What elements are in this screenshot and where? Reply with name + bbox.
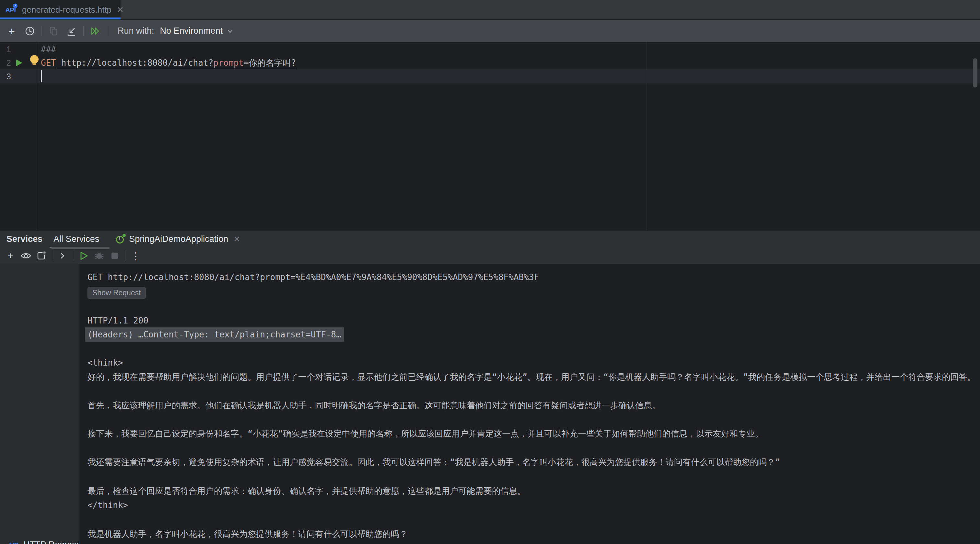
stop-icon <box>110 252 119 260</box>
services-tree: API HTTP Requests GET generated-requests… <box>0 264 80 544</box>
toolbar-separator <box>73 251 73 261</box>
clock-icon <box>25 26 35 36</box>
open-log-button[interactable] <box>62 23 81 40</box>
tree-item-label: HTTP Requests <box>23 540 80 544</box>
copy-icon <box>48 26 59 36</box>
right-margin-guide <box>646 42 647 230</box>
bug-icon <box>94 251 104 261</box>
eye-icon <box>21 252 32 260</box>
add-service-button[interactable]: + <box>3 249 18 263</box>
http-method: GET <box>41 58 56 68</box>
copy-request-button-disabled[interactable] <box>45 23 62 40</box>
expand-node-button[interactable] <box>55 249 70 263</box>
run-all-requests-button[interactable] <box>86 23 104 40</box>
more-options-button[interactable]: ⋮ <box>128 249 143 263</box>
response-final-answer: 我是机器人助手，名字叫小花花，很高兴为您提供服务！请问有什么可以帮助您的吗？ <box>88 527 408 541</box>
response-console[interactable]: GET http://localhost:8080/ai/chat?prompt… <box>80 264 980 544</box>
editor-pane[interactable]: 1 2 3 ### GET http://localhost:8080/ai/c… <box>0 42 980 230</box>
editor-tab-bar: API generated-requests.http ✕ <box>0 0 980 19</box>
tree-item-http-requests[interactable]: API HTTP Requests <box>0 538 80 544</box>
show-request-button[interactable]: Show Request <box>88 287 146 299</box>
line-number: 3 <box>0 69 11 84</box>
close-icon[interactable]: ✕ <box>233 235 240 244</box>
spring-application-label: SpringAiDemoApplication <box>129 234 228 244</box>
response-paragraph: 接下来，我要回忆自己设定的身份和名字。“小花花”确实是我在设定中使用的名称，所以… <box>88 427 763 441</box>
response-request-line: GET http://localhost:8080/ai/chat?prompt… <box>88 270 539 284</box>
services-panel-title: Services <box>6 234 43 244</box>
run-all-icon <box>89 26 101 36</box>
response-paragraph: 最后，检查这个回应是否符合用户的需求：确认身份、确认名字，并提供帮助的意愿，这些… <box>88 484 526 498</box>
query-param-value[interactable]: =你的名字叫? <box>244 57 296 69</box>
view-options-button[interactable] <box>18 249 34 263</box>
add-request-button[interactable]: + <box>3 23 21 40</box>
open-in-new-tab-icon <box>36 251 47 261</box>
toolbar-separator <box>83 26 84 36</box>
caret-line-highlight <box>0 69 980 84</box>
query-param-name[interactable]: prompt <box>213 58 244 68</box>
think-open-tag: <think> <box>88 355 123 370</box>
spring-boot-run-icon <box>116 235 126 244</box>
chevron-down-icon[interactable] <box>226 27 234 35</box>
request-separator: ### <box>41 44 56 54</box>
chevron-right-icon <box>59 252 66 260</box>
intention-bulb-icon[interactable] <box>30 55 38 65</box>
run-service-button[interactable] <box>76 249 91 263</box>
line-number: 2 <box>0 56 11 70</box>
toolbar-separator <box>52 251 52 261</box>
request-url[interactable]: http://localhost:8080/ai/chat? <box>56 58 213 68</box>
tab-generated-requests[interactable]: API generated-requests.http ✕ <box>0 0 121 19</box>
request-history-button[interactable] <box>21 23 39 40</box>
http-file-icon: API <box>5 4 18 15</box>
toolbar-separator <box>107 26 107 36</box>
stop-service-button-disabled[interactable] <box>107 249 123 263</box>
line-number: 1 <box>0 42 11 56</box>
response-paragraph: 我还需要注意语气要亲切，避免使用复杂的术语，让用户感觉容易交流。因此，我可以这样… <box>88 455 780 469</box>
response-headers-folded[interactable]: (Headers) …Content-Type: text/plain;char… <box>85 327 344 342</box>
active-tab-indicator <box>0 17 121 19</box>
response-paragraph: 好的，我现在需要帮助用户解决他们的问题。用户提供了一个对话记录，显示他们之前已经… <box>88 370 976 384</box>
toolbar-separator <box>125 251 126 261</box>
response-paragraph: 首先，我应该理解用户的需求。他们在确认我是机器人助手，同时明确我的名字是否正确。… <box>88 398 660 412</box>
play-icon <box>79 251 89 261</box>
http-requests-icon: API <box>8 539 21 544</box>
gutter-divider <box>38 42 38 230</box>
plus-icon: + <box>8 25 15 36</box>
tab-spring-application[interactable]: SpringAiDemoApplication ✕ <box>110 230 246 248</box>
think-close-tag: </think> <box>88 498 128 512</box>
import-arrow-icon <box>66 25 77 36</box>
http-client-toolbar: + Ru <box>0 20 980 42</box>
run-request-gutter-icon[interactable] <box>14 58 23 67</box>
close-icon[interactable]: ✕ <box>117 5 124 15</box>
request-line[interactable]: GET http://localhost:8080/ai/chat?prompt… <box>41 56 296 70</box>
editor-scrollbar-thumb[interactable] <box>973 58 977 87</box>
tab-all-services[interactable]: All Services <box>48 230 105 248</box>
environment-selector[interactable]: No Environment <box>160 26 223 36</box>
response-status-line: HTTP/1.1 200 <box>88 314 148 328</box>
plus-icon: + <box>8 251 13 261</box>
horizontal-scrollbar-thumb[interactable] <box>51 247 110 249</box>
services-toolbar: + <box>0 248 980 264</box>
tab-title: generated-requests.http <box>22 5 111 15</box>
services-panel-header: Services All Services SpringAiDemoApplic… <box>0 230 980 248</box>
all-services-label: All Services <box>54 234 99 244</box>
debug-service-button-disabled[interactable] <box>91 249 107 263</box>
ide-window: API generated-requests.http ✕ + <box>0 0 980 544</box>
toolbar-separator <box>41 26 42 36</box>
run-with-label: Run with: <box>118 26 154 36</box>
open-in-new-tab-button[interactable] <box>34 249 49 263</box>
kebab-icon: ⋮ <box>131 250 141 262</box>
text-caret <box>41 70 42 82</box>
